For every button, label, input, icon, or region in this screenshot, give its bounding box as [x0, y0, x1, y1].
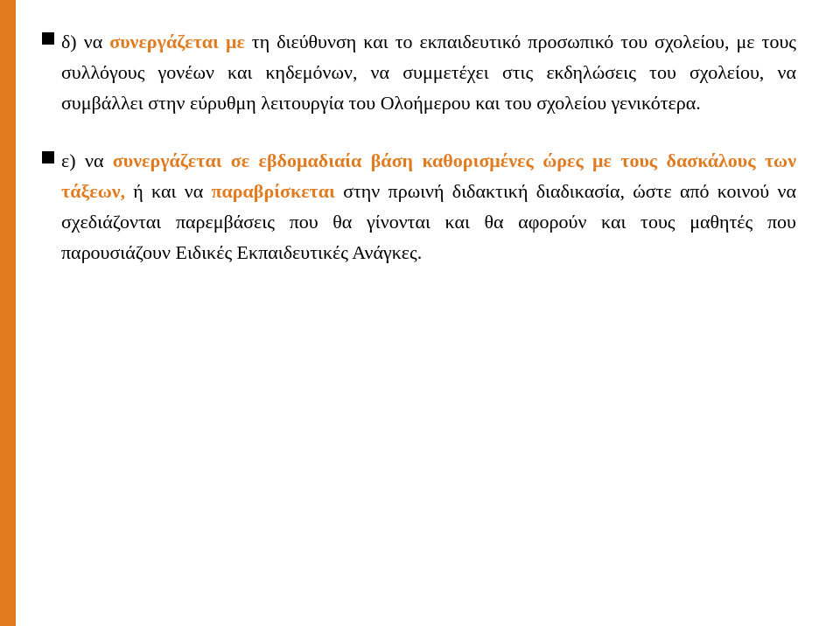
bullet-square-1 [42, 32, 54, 45]
para2-highlight2: παραβρίσκεται [211, 180, 334, 202]
page-container: δ) να συνεργάζεται με τη διεύθυνση και τ… [0, 0, 840, 626]
para1-highlight1: συνεργάζεται με [109, 31, 245, 52]
content-area: δ) να συνεργάζεται με τη διεύθυνση και τ… [16, 0, 840, 626]
paragraph-delta-text: δ) να συνεργάζεται με τη διεύθυνση και τ… [61, 26, 796, 119]
para1-segment1: δ) να [61, 31, 109, 52]
paragraph-delta: δ) να συνεργάζεται με τη διεύθυνση και τ… [42, 26, 796, 119]
bullet-square-2 [42, 151, 54, 163]
paragraph-epsilon-text: ε) να συνεργάζεται σε εβδομαδιαία βάση κ… [61, 145, 796, 268]
orange-accent-bar [0, 0, 16, 626]
para2-segment2: ή και να [125, 180, 211, 202]
paragraph-epsilon: ε) να συνεργάζεται σε εβδομαδιαία βάση κ… [42, 145, 796, 268]
para2-segment1: ε) να [61, 150, 113, 171]
